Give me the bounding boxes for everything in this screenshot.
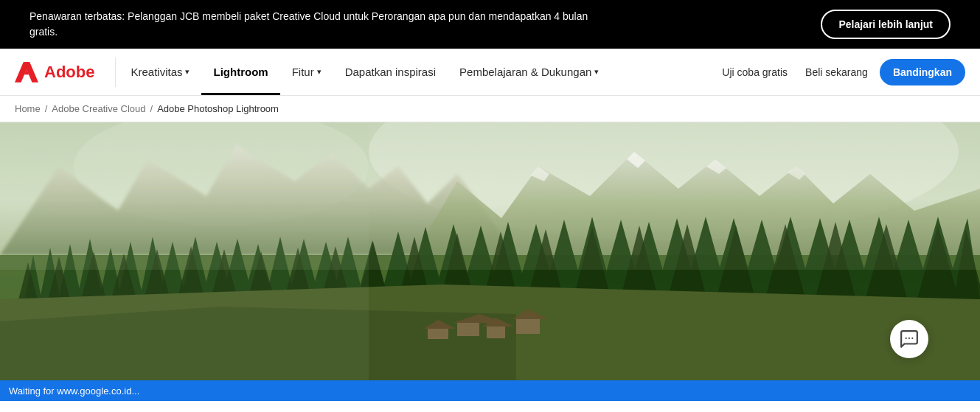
svg-rect-78 [428,327,448,339]
svg-point-84 [906,338,907,339]
adobe-logo[interactable]: Adobe [15,60,94,84]
buy-button[interactable]: Beli sekarang [799,66,874,78]
hero-image [0,122,980,380]
breadcrumb-current: Adobe Photoshop Lightroom [157,103,279,114]
breadcrumb-separator-2: / [150,103,153,114]
breadcrumb: Home / Adobe Creative Cloud / Adobe Phot… [0,96,980,122]
nav-item-inspirasi[interactable]: Dapatkan inspirasi [333,49,448,95]
nav-divider-left [115,57,116,87]
banner-text: Penawaran terbatas: Pelanggan JCB membel… [29,9,605,40]
svg-rect-76 [487,325,505,338]
svg-point-85 [908,338,910,339]
status-text: Waiting for www.google.co.id... [9,385,139,397]
nav-items: Kreativitas ▾ Lightroom Fitur ▾ Dapatkan… [119,49,716,95]
chevron-down-icon: ▾ [594,67,599,77]
top-banner: Penawaran terbatas: Pelanggan JCB membel… [0,0,980,49]
svg-rect-80 [516,318,540,334]
adobe-logo-icon [15,60,38,84]
chevron-down-icon: ▾ [185,67,190,77]
svg-rect-83 [0,122,369,380]
nav-item-pembelajaran[interactable]: Pembelajaran & Dukungan ▾ [448,49,611,95]
chat-button[interactable] [890,320,928,358]
status-bar: Waiting for www.google.co.id... [0,380,980,401]
svg-point-86 [911,338,913,339]
banner-cta-button[interactable]: Pelajari lebih lanjut [821,10,951,39]
breadcrumb-separator-1: / [45,103,48,114]
nav-item-lightroom[interactable]: Lightroom [201,49,279,95]
hero-landscape-svg [0,122,980,380]
nav-item-kreativitas[interactable]: Kreativitas ▾ [119,49,201,95]
compare-button[interactable]: Bandingkan [880,59,965,85]
chat-icon [900,329,919,349]
chevron-down-icon: ▾ [317,67,322,77]
breadcrumb-creative-cloud[interactable]: Adobe Creative Cloud [52,103,145,114]
trial-button[interactable]: Uji coba gratis [716,66,793,78]
navbar: Adobe Kreativitas ▾ Lightroom Fitur ▾ Da… [0,49,980,96]
nav-item-fitur[interactable]: Fitur ▾ [280,49,333,95]
nav-right-actions: Uji coba gratis Beli sekarang Bandingkan [716,59,965,85]
breadcrumb-home[interactable]: Home [15,103,41,114]
adobe-brand-text: Adobe [44,63,94,82]
svg-rect-74 [457,321,479,336]
